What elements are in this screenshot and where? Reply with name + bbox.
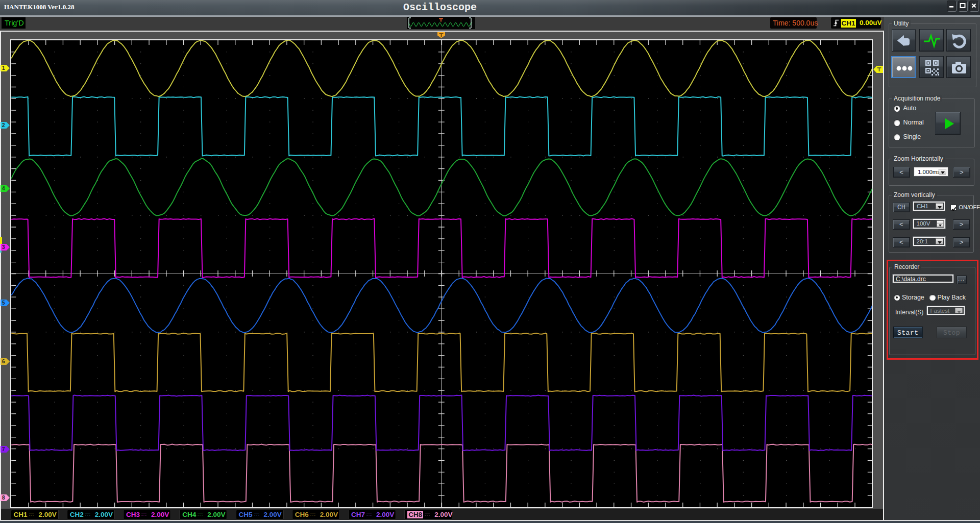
svg-text:7: 7 xyxy=(2,446,5,452)
svg-text:6: 6 xyxy=(2,359,5,364)
svg-text:5: 5 xyxy=(2,300,5,306)
svg-text:1: 1 xyxy=(2,65,5,71)
svg-text:4: 4 xyxy=(2,186,5,191)
svg-text:2: 2 xyxy=(2,122,5,128)
svg-text:3: 3 xyxy=(2,244,5,250)
svg-text:8: 8 xyxy=(2,495,5,501)
